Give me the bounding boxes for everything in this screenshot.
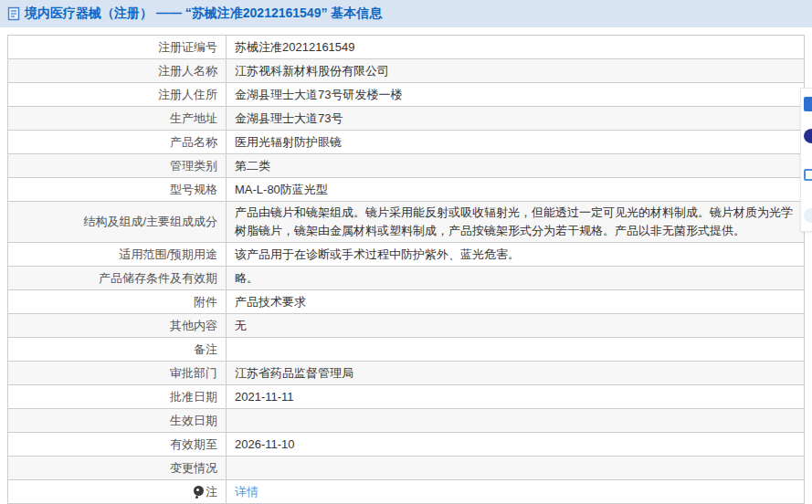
row-label: 生效日期 <box>8 409 227 433</box>
page-header: 境内医疗器械（注册） —— “苏械注准20212161549” 基本信息 <box>0 0 812 27</box>
share-icon-1[interactable] <box>804 97 812 111</box>
row-value: 江苏省药品监督管理局 <box>227 362 805 385</box>
row-value: 略。 <box>227 267 805 290</box>
row-value: 医用光辐射防护眼镜 <box>227 131 805 154</box>
table-row: 生产地址 金湖县理士大道73号 <box>8 107 805 131</box>
table-row: 管理类别 第二类 <box>8 154 805 178</box>
detail-link[interactable]: 详情 <box>235 485 258 499</box>
row-label: 注册人名称 <box>8 59 227 83</box>
table-row: 产品名称 医用光辐射防护眼镜 <box>8 131 805 154</box>
table-row: 注册人住所 金湖县理士大道73号研发楼一楼 <box>8 83 805 107</box>
table-row: 注册证编号 苏械注准20212161549 <box>8 36 805 59</box>
row-value: 无 <box>227 314 805 338</box>
row-label: 有效期至 <box>8 433 227 457</box>
document-icon <box>7 6 20 21</box>
row-label: 注 <box>8 480 227 504</box>
table-row: 其他内容 无 <box>8 314 805 338</box>
table-row: 有效期至 2026-11-10 <box>8 433 805 457</box>
row-label: 注册人住所 <box>8 83 227 107</box>
row-label-text: 注 <box>206 485 217 499</box>
row-label: 适用范围/预期用途 <box>8 243 227 267</box>
table-row: 结构及组成/主要组成成分 产品由镜片和镜架组成。镜片采用能反射或吸收辐射光，但能… <box>8 202 805 243</box>
row-label: 型号规格 <box>8 178 227 202</box>
row-label: 注册证编号 <box>8 36 227 59</box>
row-value: 第二类 <box>227 154 805 178</box>
row-value: 产品技术要求 <box>227 290 805 314</box>
page-title: 境内医疗器械（注册） —— “苏械注准20212161549” 基本信息 <box>25 5 382 22</box>
table-row: 生效日期 <box>8 409 805 433</box>
share-icon-4[interactable] <box>804 208 812 223</box>
table-row: 变更情况 <box>8 457 805 480</box>
row-value <box>227 338 805 362</box>
share-icon-2[interactable] <box>804 129 812 143</box>
table-row: 审批部门 江苏省药品监督管理局 <box>8 362 805 385</box>
share-toolbar[interactable] <box>800 88 812 232</box>
note-pin-icon <box>194 486 204 498</box>
row-value <box>227 409 805 433</box>
row-label: 产品储存条件及有效期 <box>8 267 227 290</box>
share-icon-3[interactable] <box>804 169 812 181</box>
row-label: 审批部门 <box>8 362 227 385</box>
row-label: 其他内容 <box>8 314 227 338</box>
table-row: 适用范围/预期用途 该产品用于在诊断或手术过程中防护紫外、蓝光危害。 <box>8 243 805 267</box>
row-value: 江苏视科新材料股份有限公司 <box>227 59 805 83</box>
row-label: 附件 <box>8 290 227 314</box>
row-value: 2021-11-11 <box>227 385 805 409</box>
row-value: 产品由镜片和镜架组成。镜片采用能反射或吸收辐射光，但能透过一定可见光的材料制成。… <box>227 202 805 243</box>
row-label: 备注 <box>8 338 227 362</box>
table-row: 备注 <box>8 338 805 362</box>
row-value: 苏械注准20212161549 <box>227 36 805 59</box>
row-label: 生产地址 <box>8 107 227 131</box>
table-row: 注 详情 <box>8 480 805 504</box>
row-label: 变更情况 <box>8 457 227 480</box>
table-row: 批准日期 2021-11-11 <box>8 385 805 409</box>
row-value: MA-L-80防蓝光型 <box>227 178 805 202</box>
row-value: 金湖县理士大道73号研发楼一楼 <box>227 83 805 107</box>
row-label: 结构及组成/主要组成成分 <box>8 202 227 243</box>
registration-info-table: 注册证编号 苏械注准20212161549 注册人名称 江苏视科新材料股份有限公… <box>7 35 805 504</box>
row-value: 该产品用于在诊断或手术过程中防护紫外、蓝光危害。 <box>227 243 805 267</box>
row-value: 2026-11-10 <box>227 433 805 457</box>
table-row: 注册人名称 江苏视科新材料股份有限公司 <box>8 59 805 83</box>
table-row: 产品储存条件及有效期 略。 <box>8 267 805 290</box>
row-label: 产品名称 <box>8 131 227 154</box>
row-value <box>227 457 805 480</box>
row-value: 金湖县理士大道73号 <box>227 107 805 131</box>
row-label: 批准日期 <box>8 385 227 409</box>
row-label: 管理类别 <box>8 154 227 178</box>
table-row: 附件 产品技术要求 <box>8 290 805 314</box>
table-row: 型号规格 MA-L-80防蓝光型 <box>8 178 805 202</box>
row-value: 详情 <box>227 480 805 504</box>
